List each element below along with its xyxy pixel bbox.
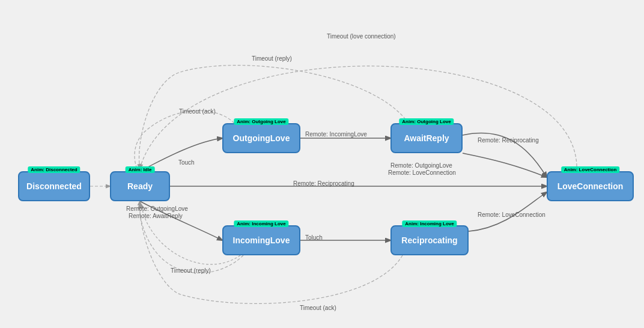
label-remote-outgoing-love-r: Remote: OutgoingLove	[126, 205, 188, 212]
label-remote-love-connection-r: Remote: LoveConnection	[478, 211, 545, 218]
label-remote-outgoing-love: Remote: OutgoingLove	[390, 162, 452, 169]
state-await-reply[interactable]: Anim: Outgoing Love AwaitReply	[390, 123, 463, 153]
state-disconnected[interactable]: Anim: Disconnected Disconnected	[18, 171, 90, 201]
anim-badge-reciprocating: Anim: Incoming Love	[402, 220, 457, 227]
anim-badge-outgoing-love: Anim: Outgoing Love	[234, 118, 288, 125]
label-touch: Touch	[178, 159, 195, 166]
label-remote-reciprocating-r: Remote: Reciprocating	[293, 180, 354, 187]
label-remote-await-reply: Remote: AwaitReply	[129, 213, 183, 219]
state-label-love-connection: LoveConnection	[557, 181, 624, 191]
state-label-outgoing-love: OutgoingLove	[233, 133, 290, 143]
anim-badge-incoming-love: Anim: Incoming Love	[234, 220, 288, 227]
label-timeout-reply-bottom: Timeout (reply)	[171, 267, 211, 274]
state-ready[interactable]: Anim: Idle Ready	[110, 171, 170, 201]
state-label-reciprocating: Reciprocating	[401, 235, 457, 245]
state-label-disconnected: Disconnected	[26, 181, 82, 191]
anim-badge-love-connection: Anim: LoveConnection	[561, 166, 620, 173]
label-remote-reciprocating-ar: Remote: Reciprocating	[478, 137, 539, 144]
state-reciprocating[interactable]: Anim: Incoming Love Reciprocating	[390, 225, 469, 255]
state-outgoing-love[interactable]: Anim: Outgoing Love OutgoingLove	[222, 123, 300, 153]
label-timeout-ack-bottom: Timeout (ack)	[300, 305, 336, 311]
state-label-incoming-love: IncomingLove	[233, 235, 290, 245]
label-remote-incoming-love: Remote: IncomingLove	[305, 131, 367, 138]
label-timeout-ack: Timeout (ack)	[179, 108, 216, 115]
label-timeout-love-connection: Timeout (love connection)	[327, 33, 396, 40]
anim-badge-disconnected: Anim: Disconnected	[28, 166, 80, 173]
state-label-await-reply: AwaitReply	[404, 133, 449, 143]
label-remote-love-connection: Remote: LoveConnection	[388, 169, 456, 176]
state-incoming-love[interactable]: Anim: Incoming Love IncomingLove	[222, 225, 300, 255]
state-love-connection[interactable]: Anim: LoveConnection LoveConnection	[547, 171, 634, 201]
label-timeout-reply-top: Timeout (reply)	[252, 55, 292, 62]
anim-badge-await-reply: Anim: Outgoing Love	[399, 118, 454, 125]
diagram-svg	[0, 0, 644, 328]
diagram-container: Anim: Disconnected Disconnected Anim: Id…	[0, 0, 644, 328]
anim-badge-ready: Anim: Idle	[126, 166, 155, 173]
state-label-ready: Ready	[127, 181, 153, 191]
label-toluch: Toluch	[305, 234, 323, 241]
